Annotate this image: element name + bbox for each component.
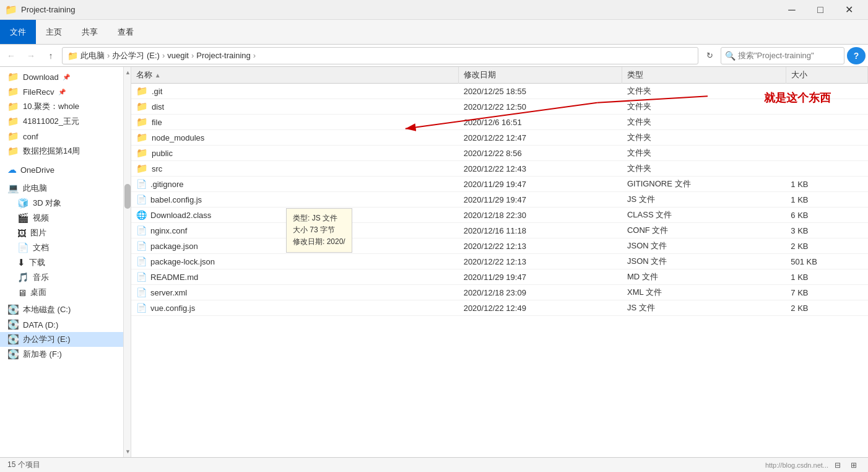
path-pc[interactable]: 此电脑	[80, 50, 105, 61]
table-row[interactable]: 📄 README.md 2020/11/29 19:47 MD 文件 1 KB	[131, 269, 868, 285]
address-path[interactable]: 📁 此电脑 › 办公学习 (E:) › vuegit › Project-tra…	[62, 47, 698, 64]
sidebar-item-download[interactable]: 📁 Download 📌	[0, 69, 123, 84]
pictures-icon: 🖼	[17, 228, 27, 238]
table-row[interactable]: 📄 nginx.conf 2020/12/16 11:18 CONF 文件 3 …	[131, 223, 868, 238]
file-date: 2020/12/6 16:51	[459, 115, 622, 130]
sidebar-drive-c[interactable]: 💽 本地磁盘 (C:)	[0, 302, 123, 317]
file-size: 3 KB	[786, 223, 867, 238]
table-row[interactable]: 📄 vue.config.js 2020/12/22 12:49 JS 文件 2…	[131, 300, 868, 316]
sidebar-item-conf[interactable]: 📁 conf	[0, 129, 123, 144]
file-name: babel.config.js	[150, 195, 202, 204]
file-date: 2020/11/29 19:47	[459, 269, 622, 285]
status-link[interactable]: http://blog.csdn.net...	[765, 461, 828, 469]
search-input[interactable]	[738, 51, 842, 60]
sidebar-item-onedrive[interactable]: ☁ OneDrive	[0, 162, 123, 177]
table-row[interactable]: 📄 server.xml 2020/12/18 23:09 XML 文件 7 K…	[131, 285, 868, 300]
sidebar-label-41811002: 41811002_王元	[23, 116, 79, 127]
tab-file[interactable]: 文件	[0, 20, 36, 44]
file-date: 2020/12/22 12:49	[459, 300, 622, 316]
view-details-button[interactable]: ⊟	[831, 458, 844, 472]
address-bar: ← → ↑ 📁 此电脑 › 办公学习 (E:) › vuegit › Proje…	[0, 45, 868, 67]
col-name[interactable]: 名称 ▲	[131, 67, 459, 84]
status-right: http://blog.csdn.net... ⊟ ⊞	[765, 458, 861, 472]
sidebar-item-pictures[interactable]: 🖼 图片	[0, 225, 123, 240]
table-row[interactable]: 📁 .git 2020/12/25 18:55 文件夹	[131, 84, 868, 99]
sidebar-item-documents[interactable]: 📄 文档	[0, 240, 123, 255]
sidebar-scrollbar[interactable]: ▲ ▼	[124, 67, 131, 457]
search-box[interactable]: 🔍	[721, 47, 844, 64]
table-row[interactable]: 📁 file 2020/12/6 16:51 文件夹	[131, 115, 868, 130]
col-date[interactable]: 修改日期	[459, 67, 622, 84]
sidebar-item-datamining[interactable]: 📁 数据挖掘第14周	[0, 144, 123, 159]
file-type: 文件夹	[622, 99, 786, 115]
file-date: 2020/12/22 8:56	[459, 146, 622, 161]
sidebar-drive-e[interactable]: 💽 办公学习 (E:)	[0, 332, 123, 347]
refresh-button[interactable]: ↻	[701, 47, 718, 64]
sidebar-item-videos[interactable]: 🎬 视频	[0, 211, 123, 225]
drive-icon: 💽	[7, 349, 19, 360]
sidebar-drive-d[interactable]: 💽 DATA (D:)	[0, 317, 123, 332]
col-type[interactable]: 类型	[622, 67, 786, 84]
file-type: JSON 文件	[622, 254, 786, 269]
table-row[interactable]: 📄 babel.config.js 2020/11/29 19:47 JS 文件…	[131, 192, 868, 208]
folder-icon: 📁	[136, 85, 148, 97]
file-type: 文件夹	[622, 130, 786, 146]
up-button[interactable]: ↑	[42, 47, 59, 64]
file-name-cell: 📄 package.json	[131, 238, 459, 254]
path-project[interactable]: Project-training	[196, 51, 250, 60]
sidebar-item-thispc[interactable]: 💻 此电脑	[0, 181, 123, 196]
sidebar-drive-f[interactable]: 💽 新加卷 (F:)	[0, 347, 123, 362]
table-row[interactable]: 📄 package-lock.json 2020/12/22 12:13 JSO…	[131, 254, 868, 269]
sidebar-label-download: Download	[23, 72, 59, 82]
tab-share[interactable]: 共享	[72, 20, 108, 44]
file-name: public	[152, 149, 173, 158]
table-row[interactable]: 📁 node_modules 2020/12/22 12:47 文件夹	[131, 130, 868, 146]
cloud-icon: ☁	[7, 164, 17, 175]
sidebar-item-desktop[interactable]: 🖥 桌面	[0, 285, 123, 300]
col-size[interactable]: 大小	[786, 67, 867, 84]
table-row[interactable]: 📁 dist 2020/12/22 12:50 文件夹	[131, 99, 868, 115]
file-name-cell: 🌐 Download2.class	[131, 208, 459, 223]
sidebar-item-41811002[interactable]: 📁 41811002_王元	[0, 114, 123, 129]
table-row[interactable]: 📄 package.json 2020/12/22 12:13 JSON 文件 …	[131, 238, 868, 254]
path-vuegit[interactable]: vuegit	[167, 51, 189, 60]
close-button[interactable]: ✕	[835, 0, 863, 20]
file-size: 2 KB	[786, 300, 867, 316]
tab-home[interactable]: 主页	[36, 20, 72, 44]
table-row[interactable]: 📁 public 2020/12/22 8:56 文件夹	[131, 146, 868, 161]
music-icon: 🎵	[17, 272, 29, 283]
doc-icon: 📄	[136, 287, 147, 297]
sidebar: 📁 Download 📌 📁 FileRecv 📌 📁 10.聚类：whole …	[0, 67, 124, 457]
folder-icon: 📁	[7, 116, 19, 127]
folder-icon: 📁	[7, 71, 19, 82]
file-name: src	[152, 164, 162, 173]
sidebar-item-music[interactable]: 🎵 音乐	[0, 270, 123, 285]
table-row[interactable]: 📄 .gitignore 2020/11/29 19:47 GITIGNORE …	[131, 177, 868, 192]
path-drive[interactable]: 办公学习 (E:)	[112, 50, 160, 61]
file-name: Download2.class	[150, 211, 211, 220]
path-folder-icon: 📁	[67, 51, 78, 61]
maximize-button[interactable]: □	[806, 0, 835, 20]
file-size: 501 KB	[786, 254, 867, 269]
table-row[interactable]: 🌐 Download2.class 2020/12/18 22:30 CLASS…	[131, 208, 868, 223]
sidebar-label-conf: conf	[23, 132, 38, 141]
sidebar-item-3dobjects[interactable]: 🧊 3D 对象	[0, 196, 123, 211]
file-date: 2020/12/22 12:50	[459, 99, 622, 115]
sidebar-label-d: DATA (D:)	[23, 320, 58, 330]
folder-icon: 📁	[136, 163, 148, 174]
doc-icon: 📄	[136, 241, 147, 251]
drive-icon: 💽	[7, 319, 19, 330]
sidebar-item-filerecv[interactable]: 📁 FileRecv 📌	[0, 84, 123, 99]
view-tiles-button[interactable]: ⊞	[847, 458, 861, 472]
minimize-button[interactable]: ─	[778, 0, 806, 20]
tab-view[interactable]: 查看	[108, 20, 144, 44]
table-row[interactable]: 📁 src 2020/12/22 12:43 文件夹	[131, 161, 868, 177]
sidebar-item-downloads[interactable]: ⬇ 下载	[0, 255, 123, 270]
file-name-cell: 📄 .gitignore	[131, 177, 459, 192]
sidebar-label-videos: 视频	[33, 212, 49, 224]
help-button[interactable]: ?	[847, 47, 866, 64]
forward-button[interactable]: →	[22, 47, 40, 64]
back-button[interactable]: ←	[2, 47, 20, 64]
pin-icon: 📌	[58, 89, 66, 95]
sidebar-item-clustering[interactable]: 📁 10.聚类：whole	[0, 99, 123, 114]
